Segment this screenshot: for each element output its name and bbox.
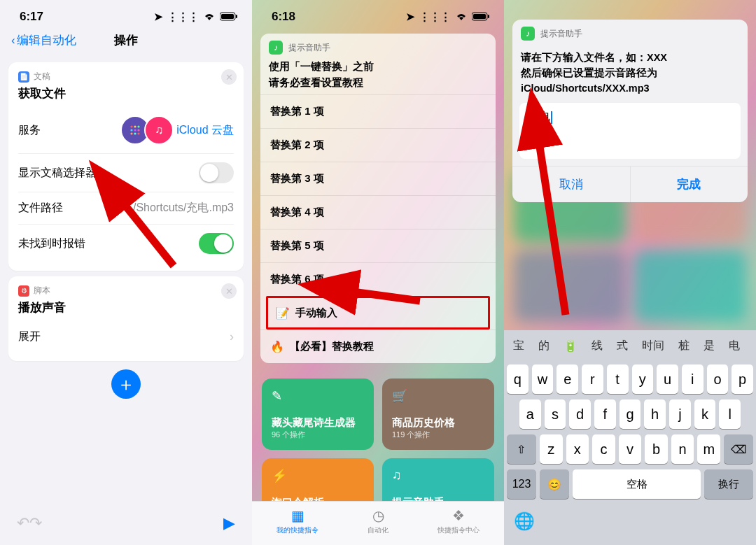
done-button[interactable]: 完成 (630, 167, 748, 202)
menu-item-tutorial[interactable]: 🔥 【必看】替换教程 (260, 330, 496, 363)
key-o[interactable]: o (707, 364, 729, 394)
key-g[interactable]: g (620, 399, 641, 429)
globe-icon[interactable]: 🌐 (514, 511, 535, 531)
key-a[interactable]: a (519, 399, 541, 429)
music-note-icon: ♪ (521, 27, 535, 41)
key-delete[interactable]: ⌫ (724, 434, 753, 464)
undo-icon[interactable]: ↶ (17, 514, 29, 532)
page-title: 操作 (0, 32, 252, 48)
toolbar-bottom: ↶ ↷ ▶ (0, 507, 252, 545)
key-space[interactable]: 空格 (573, 469, 701, 499)
toggle-show-picker[interactable] (199, 162, 234, 183)
annotation-arrow (524, 119, 594, 325)
suggestion[interactable]: 是 (697, 336, 721, 356)
key-c[interactable]: c (592, 434, 615, 464)
keyboard-row-2: a s d f g h j k l (507, 399, 753, 429)
key-h[interactable]: h (644, 399, 666, 429)
music-note-icon: ♪ (269, 41, 283, 55)
row-service[interactable]: 服务 ♫ iCloud 云盘 (18, 107, 234, 153)
play-icon[interactable]: ▶ (223, 514, 235, 532)
suggestion[interactable]: 线 (585, 336, 609, 356)
key-t[interactable]: t (607, 364, 629, 394)
key-p[interactable]: p (732, 364, 753, 394)
suggestion[interactable]: 🔋 (557, 337, 584, 355)
shift-icon: ⇧ (517, 443, 526, 456)
shortcut-tile[interactable]: ✎ 藏头藏尾诗生成器96 个操作 (262, 378, 374, 450)
svg-point-3 (131, 125, 133, 127)
status-bar: 6:17 ➤ ⋮⋮⋮ (0, 0, 252, 28)
suggestion[interactable]: 桩 (672, 336, 696, 356)
svg-point-10 (134, 132, 136, 134)
music-icon: ♫ (392, 468, 484, 483)
toggle-error[interactable] (199, 233, 234, 254)
add-action-button[interactable]: ＋ (111, 369, 141, 399)
suggestion[interactable]: 时间 (636, 336, 671, 356)
menu-item-replace-4[interactable]: 替换第 4 项 (260, 195, 496, 229)
sheet-app-name: 提示音助手 (288, 42, 330, 54)
key-shift[interactable]: ⇧ (507, 434, 536, 464)
row-expand[interactable]: 展开 › (18, 321, 234, 353)
key-u[interactable]: u (657, 364, 678, 394)
key-j[interactable]: j (669, 399, 691, 429)
sheet-app-name: 提示音助手 (540, 28, 582, 40)
brush-icon: ✎ (272, 388, 364, 404)
card-tag: 文稿 (34, 71, 50, 83)
svg-line-14 (118, 196, 174, 266)
tab-my-shortcuts[interactable]: ▦我的快捷指令 (276, 507, 318, 535)
svg-rect-1 (221, 14, 234, 19)
clock-icon: ◷ (368, 507, 388, 524)
status-icons: ➤ ⋮⋮⋮ (154, 10, 238, 23)
key-n[interactable]: n (671, 434, 694, 464)
service-icons: ♫ (126, 115, 174, 145)
screen-shortcut-menu: 6:18 ➤ ⋮⋮⋮ ♪ 提示音助手 使用「一键替换」之前 请务必查看设置教程 … (252, 0, 504, 545)
nav-bar: ‹ 编辑自动化 操作 (0, 28, 252, 57)
menu-item-replace-5[interactable]: 替换第 5 项 (260, 229, 496, 262)
svg-point-7 (134, 129, 136, 131)
key-f[interactable]: f (594, 399, 616, 429)
tab-gallery[interactable]: ❖快捷指令中心 (438, 507, 479, 535)
close-icon[interactable]: ✕ (221, 69, 237, 85)
key-q[interactable]: q (507, 364, 528, 394)
menu-item-replace-2[interactable]: 替换第 2 项 (260, 128, 496, 162)
key-x[interactable]: x (566, 434, 589, 464)
stack-icon: ❖ (438, 507, 479, 524)
svg-line-19 (538, 133, 566, 315)
key-return[interactable]: 换行 (704, 469, 753, 499)
suggestion[interactable]: 电 (722, 336, 746, 356)
status-time: 6:18 (272, 10, 295, 24)
keyboard-row-3: ⇧ z x c v b n m ⌫ (507, 434, 753, 464)
key-z[interactable]: z (540, 434, 563, 464)
suggestion[interactable]: 式 (610, 336, 634, 356)
key-b[interactable]: b (645, 434, 668, 464)
row-label: 显示文稿选择器 (18, 166, 97, 181)
key-k[interactable]: k (694, 399, 716, 429)
key-d[interactable]: d (569, 399, 591, 429)
redo-icon[interactable]: ↷ (29, 514, 42, 532)
suggestion[interactable]: 宝 (507, 336, 531, 356)
close-icon[interactable]: ✕ (221, 283, 237, 299)
key-w[interactable]: w (532, 364, 554, 394)
battery-icon (220, 11, 238, 23)
plus-icon: ＋ (117, 372, 135, 397)
key-m[interactable]: m (697, 434, 720, 464)
battery-icon (472, 11, 490, 23)
key-y[interactable]: y (632, 364, 654, 394)
suggestion[interactable]: 的 (532, 336, 556, 356)
menu-item-replace-1[interactable]: 替换第 1 项 (260, 94, 496, 128)
pencil-icon: 📝 (276, 306, 290, 320)
svg-point-6 (131, 129, 133, 131)
key-l[interactable]: l (719, 399, 741, 429)
key-e[interactable]: e (556, 364, 578, 394)
key-r[interactable]: r (582, 364, 603, 394)
tab-automation[interactable]: ◷自动化 (368, 507, 388, 535)
shortcut-tile[interactable]: 🛒 商品历史价格119 个操作 (382, 378, 494, 450)
key-123[interactable]: 123 (507, 469, 536, 499)
key-i[interactable]: i (682, 364, 704, 394)
tab-bar: ▦我的快捷指令 ◷自动化 ❖快捷指令中心 (252, 501, 504, 545)
key-v[interactable]: v (619, 434, 642, 464)
status-time: 6:17 (20, 10, 43, 24)
menu-item-replace-3[interactable]: 替换第 3 项 (260, 162, 496, 195)
cart-icon: 🛒 (392, 388, 484, 404)
key-s[interactable]: s (545, 399, 566, 429)
key-emoji[interactable]: 😊 (540, 469, 569, 499)
